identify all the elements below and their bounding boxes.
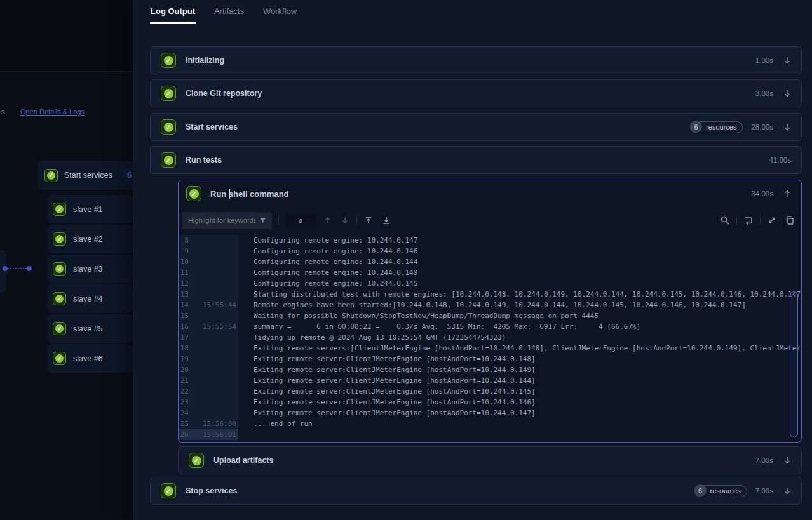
log-line: 9 Configuring remote engine: 10.244.0.14… xyxy=(179,246,801,257)
line-text: Configuring remote engine: 10.244.0.144 xyxy=(254,258,417,266)
success-check-icon: ✓ xyxy=(161,53,176,68)
success-check-icon: ✓ xyxy=(53,232,66,246)
collapse-up-icon[interactable] xyxy=(782,189,792,199)
step-label: Clone Git repository xyxy=(186,89,262,98)
node-label: slave #1 xyxy=(73,205,103,214)
resources-badge: 6 resources xyxy=(690,121,743,133)
shell-step-header[interactable]: ✓ Run shell command 34.00s xyxy=(179,180,801,207)
canvas-top-region xyxy=(0,0,133,72)
log-scrollbar-thumb[interactable] xyxy=(790,291,798,437)
step-upload-artifacts[interactable]: ✓ Upload artifacts 7.00s xyxy=(178,446,802,474)
success-check-icon: ✓ xyxy=(53,352,66,365)
expand-down-icon[interactable] xyxy=(782,88,792,98)
open-details-logs-link[interactable]: Open Details & Logs xyxy=(20,108,85,116)
search-icon[interactable] xyxy=(720,215,730,225)
node-label: slave #2 xyxy=(73,235,103,244)
line-text: Starting distributed test with remote en… xyxy=(254,290,801,298)
log-line: 19 Exiting remote server:ClientJMeterEng… xyxy=(179,354,801,364)
success-check-icon: ✓ xyxy=(44,169,58,182)
scroll-to-top-icon[interactable] xyxy=(363,215,374,225)
node-duration: 1s xyxy=(0,108,5,116)
node-slave[interactable]: ✓ slave #5 xyxy=(48,314,133,343)
line-text: Exiting remote server:ClientJMeterEngine… xyxy=(254,377,536,385)
connector-dot xyxy=(27,266,32,271)
line-text: Configuring remote engine: 10.244.0.145 xyxy=(254,279,417,288)
toolbar-separator xyxy=(760,216,761,225)
connector-dot xyxy=(3,266,8,271)
expand-down-icon[interactable] xyxy=(782,486,792,496)
step-run-tests[interactable]: ✓ Run tests 41.00s xyxy=(150,146,802,174)
line-timestamp: 15:56:00 xyxy=(203,420,246,428)
log-line: 24 Exiting remote server:ClientJMeterEng… xyxy=(179,408,801,418)
log-toolbar: ø xyxy=(179,210,801,231)
line-number: 9 xyxy=(179,247,189,255)
tab-bar: Log Output Artifacts Workflow xyxy=(150,5,297,24)
line-number: 26 xyxy=(179,430,189,439)
node-start-services[interactable]: ✓ Start services xyxy=(38,161,133,190)
step-start-services[interactable]: ✓ Start services 6 resources 28.00s xyxy=(150,113,802,141)
step-clone-git[interactable]: ✓ Clone Git repository 3.00s xyxy=(150,79,802,107)
step-stop-services[interactable]: ✓ Stop services 6 resources 7.00s xyxy=(150,477,802,505)
log-line: 20 Exiting remote server:ClientJMeterEng… xyxy=(179,364,801,375)
expand-down-icon[interactable] xyxy=(782,455,792,465)
step-label: Upload artifacts xyxy=(213,456,273,465)
line-number: 16 xyxy=(179,323,189,331)
line-text: Configuring remote engine: 10.244.0.146 xyxy=(254,247,417,255)
line-number: 24 xyxy=(179,409,189,417)
line-text: ... end of run xyxy=(254,420,313,428)
tab-log-output[interactable]: Log Output xyxy=(150,5,196,24)
details-panel: Log Output Artifacts Workflow ✓ Initiali… xyxy=(133,0,812,520)
line-number: 25 xyxy=(179,420,189,428)
log-line: 22 Exiting remote server:ClientJMeterEng… xyxy=(179,386,801,397)
step-duration: 3.00s xyxy=(755,90,773,97)
line-text: Remote engines have been started:[10.244… xyxy=(254,301,746,309)
success-check-icon: ✓ xyxy=(189,453,204,468)
log-line: 23 Exiting remote server:ClientJMeterEng… xyxy=(179,397,801,408)
log-line: 8 Configuring remote engine: 10.244.0.14… xyxy=(179,235,801,246)
node-count-badge: 6 xyxy=(122,168,133,182)
node-label: Start services xyxy=(64,171,112,180)
next-match-icon[interactable] xyxy=(340,215,350,225)
offscreen-node xyxy=(0,250,6,293)
expand-down-icon[interactable] xyxy=(782,122,792,132)
step-label: Run shell command xyxy=(210,189,289,199)
line-timestamp: 15:56:01 xyxy=(203,430,246,439)
line-number: 22 xyxy=(179,387,189,396)
tab-artifacts[interactable]: Artifacts xyxy=(213,5,245,24)
log-output[interactable]: 8 Configuring remote engine: 10.244.0.14… xyxy=(179,235,801,440)
workflow-canvas: 1s Open Details & Logs ✓ Start services … xyxy=(0,0,133,520)
success-check-icon: ✓ xyxy=(161,152,176,168)
prev-match-icon[interactable] xyxy=(323,215,333,225)
copy-icon[interactable] xyxy=(785,215,795,225)
line-text: Tidying up remote @ 2024 Aug 13 10:25:54… xyxy=(254,333,506,342)
node-slave[interactable]: ✓ slave #4 xyxy=(48,284,133,313)
line-text: Exiting remote server:ClientJMeterEngine… xyxy=(254,355,536,363)
success-check-icon: ✓ xyxy=(161,483,176,498)
scroll-to-bottom-icon[interactable] xyxy=(381,215,391,225)
toolbar-separator xyxy=(356,216,357,225)
line-text: Exiting remote server:ClientJMeterEngine… xyxy=(254,366,536,374)
success-check-icon: ✓ xyxy=(53,203,66,216)
line-number: 20 xyxy=(179,366,189,374)
resources-badge: 6 resources xyxy=(694,485,747,497)
toolbar-separator xyxy=(736,216,737,225)
node-slave[interactable]: ✓ slave #1 xyxy=(48,195,133,223)
tab-workflow[interactable]: Workflow xyxy=(262,5,297,24)
filter-funnel-icon xyxy=(259,217,267,225)
toolbar-separator xyxy=(278,216,279,225)
step-initializing[interactable]: ✓ Initializing 1.00s xyxy=(150,46,802,74)
node-slave[interactable]: ✓ slave #3 xyxy=(48,255,133,283)
success-check-icon: ✓ xyxy=(53,322,66,335)
line-number: 12 xyxy=(179,279,189,288)
expand-fullscreen-icon[interactable] xyxy=(767,215,777,225)
node-slave[interactable]: ✓ slave #2 xyxy=(48,225,133,253)
expand-down-icon[interactable] xyxy=(782,55,792,65)
text-cursor xyxy=(229,189,230,199)
step-duration: 34.00s xyxy=(751,190,773,197)
log-line: 25 15:56:00 ... end of run xyxy=(179,418,801,429)
wrap-lines-icon[interactable] xyxy=(743,215,754,225)
node-slave[interactable]: ✓ slave #6 xyxy=(48,344,133,373)
success-check-icon: ✓ xyxy=(53,262,66,276)
line-number: 19 xyxy=(179,355,189,363)
step-duration: 28.00s xyxy=(751,123,773,131)
